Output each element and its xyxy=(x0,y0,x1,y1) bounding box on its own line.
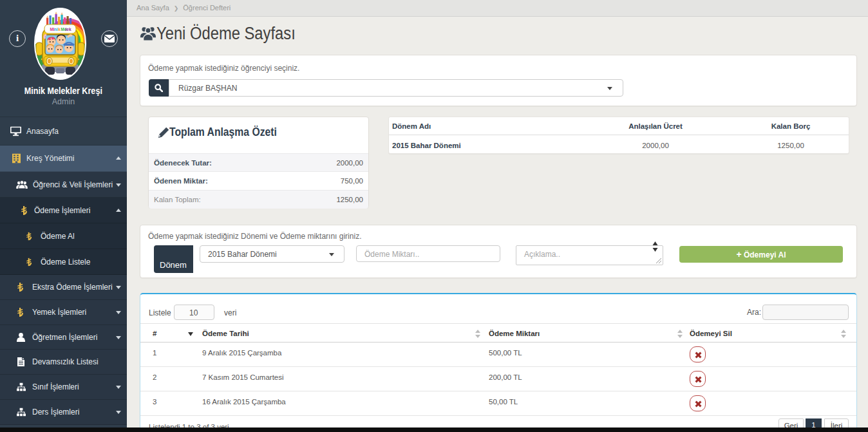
svg-text:ni: ni xyxy=(54,27,58,32)
svg-text:lek: lek xyxy=(65,27,71,32)
